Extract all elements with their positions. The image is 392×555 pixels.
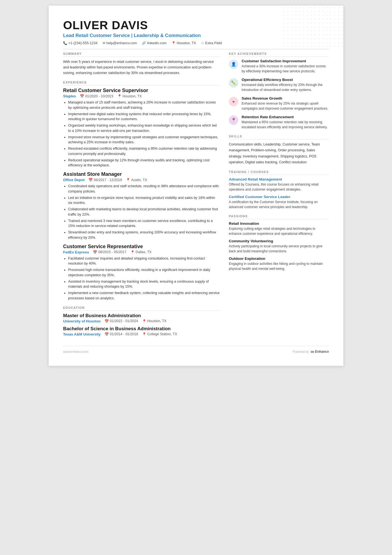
job-1-date: 📅 01/2020 - 10/2023: [80, 94, 113, 98]
job-3-date: 📅 08/2015 - 05/2017: [93, 250, 126, 254]
job-2-title: Assistant Store Manager: [63, 171, 220, 177]
passion-3: Outdoor Exploration Engaging in outdoor …: [229, 256, 329, 271]
job-2: Assistant Store Manager Office Depot 📅 0…: [63, 171, 220, 240]
achievement-4-title: Retention Rate Enhancement: [242, 115, 329, 119]
list-item: Reduced operational wastage by 12% throu…: [68, 158, 220, 168]
header-section: OLIVER DAVIS Lead Retail Customer Servic…: [63, 19, 329, 45]
job-3: Customer Service Representative FedEx Ex…: [63, 244, 220, 301]
course-1-desc: Offered by Coursera, this course focuses…: [229, 182, 329, 192]
contact-row: 📞 +1-(234)-555-1234 ✉ help@enhancv.com 🔗…: [63, 41, 329, 45]
list-item: Coordinated daily operations and staff s…: [68, 184, 220, 194]
list-item: Processed high-volume transactions effic…: [68, 267, 220, 278]
achievement-2-content: Operational Efficiency Boost Increased d…: [242, 78, 329, 92]
loc-icon: 📍: [130, 250, 135, 254]
list-item: Resolved escalated conflicts efficiently…: [68, 146, 220, 157]
achievement-3-icon: ♥: [229, 97, 238, 106]
loc-icon: 📍: [117, 94, 122, 98]
job-2-location: 📍 Austin, TX: [126, 178, 147, 182]
skills-label: SKILLS: [229, 135, 329, 139]
passion-1: Retail Innovation Exploring cutting-edge…: [229, 221, 329, 236]
enhancv-logo: ∞ Enhancv: [311, 349, 329, 355]
job-1-location: 📍 Houston, TX: [117, 94, 142, 98]
contact-location: 📍 Houston, TX: [172, 41, 196, 45]
phone-icon: 📞: [63, 41, 67, 45]
job-2-bullets: Coordinated daily operations and staff s…: [63, 184, 220, 240]
contact-email: ✉ help@enhancv.com: [103, 41, 137, 45]
job-3-location: 📍 Dallas, TX: [130, 250, 152, 254]
job-3-bullets: Facilitated customer inquiries and detai…: [63, 256, 220, 301]
list-item: Assisted in inventory management by trac…: [68, 279, 220, 290]
job-2-meta: Office Depot 📅 06/2017 - 12/2019 📍 Austi…: [63, 178, 220, 182]
job-1-bullets: Managed a team of 15 staff members, achi…: [63, 100, 220, 168]
achievement-1-content: Customer Satisfaction Improvement Achiev…: [242, 59, 329, 74]
edu-1-date: 📅 01/2022 - 01/2024: [105, 319, 138, 323]
course-1: Advanced Retail Management Offered by Co…: [229, 177, 329, 192]
job-2-date: 📅 06/2017 - 12/2019: [88, 178, 122, 182]
passion-2-desc: Actively participating in local communit…: [229, 244, 329, 254]
passions-label: PASSIONS: [229, 214, 329, 219]
job-1-title: Retail Customer Service Supervisor: [63, 88, 220, 93]
edu-2: Bachelor of Science in Business Administ…: [63, 326, 220, 336]
summary-text: With over 5 years of experience in retai…: [63, 59, 220, 76]
footer-website: www.enhancv.com: [63, 350, 88, 353]
passion-1-desc: Exploring cutting-edge retail strategies…: [229, 226, 329, 236]
job-1-employer: Staples: [63, 94, 76, 98]
powered-by-text: Powered by: [293, 350, 309, 353]
left-column: SUMMARY With over 5 years of experience …: [63, 52, 220, 339]
job-3-employer: FedEx Express: [63, 250, 89, 254]
loc-icon: 📍: [126, 178, 130, 182]
list-item: Organized weekly training workshops, enh…: [68, 123, 220, 134]
footer-brand: Powered by ∞ Enhancv: [293, 349, 329, 355]
passion-3-desc: Engaging in outdoor activities like hiki…: [229, 261, 329, 271]
achievement-3-desc: Enhanced store revenue by 25% via strate…: [242, 101, 329, 111]
edu-2-location: 📍 College Station, TX: [142, 332, 177, 336]
loc-icon: 📍: [142, 332, 147, 336]
achievement-2-title: Operational Efficiency Boost: [242, 78, 329, 82]
location-icon: 📍: [172, 41, 176, 45]
right-column: KEY ACHIEVEMENTS 👤 Customer Satisfaction…: [229, 52, 329, 339]
passion-2-title: Community Volunteering: [229, 239, 329, 243]
achievement-3-title: Sales Revenue Growth: [242, 96, 329, 100]
page-footer: www.enhancv.com Powered by ∞ Enhancv: [63, 346, 329, 355]
achievement-1-desc: Achieved a 30% increase in customer sati…: [242, 64, 329, 74]
calendar-icon: 📅: [105, 332, 109, 336]
achievement-1-icon: 👤: [229, 60, 238, 69]
main-layout: SUMMARY With over 5 years of experience …: [63, 52, 329, 339]
course-1-title: Advanced Retail Management: [229, 177, 329, 181]
edu-1-location: 📍 Houston, TX: [142, 319, 167, 323]
passion-2: Community Volunteering Actively particip…: [229, 239, 329, 254]
passion-3-title: Outdoor Exploration: [229, 256, 329, 261]
list-item: Managed a team of 15 staff members, achi…: [68, 100, 220, 110]
calendar-icon: 📅: [105, 319, 109, 323]
contact-website: 🔗 linkedin.com: [142, 41, 166, 45]
edu-2-degree: Bachelor of Science in Business Administ…: [63, 326, 220, 332]
link-icon: 🔗: [142, 41, 146, 45]
edu-1-meta: University of Houston 📅 01/2022 - 01/202…: [63, 319, 220, 323]
list-item: Implemented new digital sales tracking s…: [68, 112, 220, 122]
edu-1-school: University of Houston: [63, 319, 101, 323]
job-2-employer: Office Depot: [63, 178, 85, 182]
list-item: Streamlined order entry and tracking sys…: [68, 230, 220, 240]
list-item: Collaborated with marketing teams to dev…: [68, 207, 220, 217]
job-3-title: Customer Service Representative: [63, 244, 220, 250]
achievement-2-desc: Increased daily workflow efficiency by 2…: [242, 82, 329, 92]
achievement-3-content: Sales Revenue Growth Enhanced store reve…: [242, 96, 329, 111]
achievement-4: 📍 Retention Rate Enhancement Maintained …: [229, 115, 329, 130]
email-icon: ✉: [103, 41, 105, 45]
contact-extra: ☆ Extra Field: [201, 41, 222, 45]
achievement-3: ♥ Sales Revenue Growth Enhanced store re…: [229, 96, 329, 111]
list-item: Led an initiative to re-organize store l…: [68, 195, 220, 206]
calendar-icon: 📅: [93, 250, 97, 254]
edu-2-date: 📅 01/2014 - 01/2018: [105, 332, 138, 336]
enhancv-logo-icon: ∞: [311, 349, 314, 355]
candidate-title: Lead Retail Customer Service | Leadershi…: [63, 33, 329, 38]
job-1: Retail Customer Service Supervisor Stapl…: [63, 88, 220, 168]
experience-label: EXPERIENCE: [63, 81, 220, 85]
loc-icon: 📍: [142, 319, 147, 323]
course-2: Certified Customer Service Leader A cert…: [229, 195, 329, 209]
contact-phone: 📞 +1-(234)-555-1234: [63, 41, 98, 45]
training-label: TRAINING / COURSES: [229, 170, 329, 175]
list-item: Trained and mentored 3 new team members …: [68, 218, 220, 229]
calendar-icon: 📅: [88, 178, 93, 182]
list-item: Improved store revenue by implementing u…: [68, 135, 220, 145]
